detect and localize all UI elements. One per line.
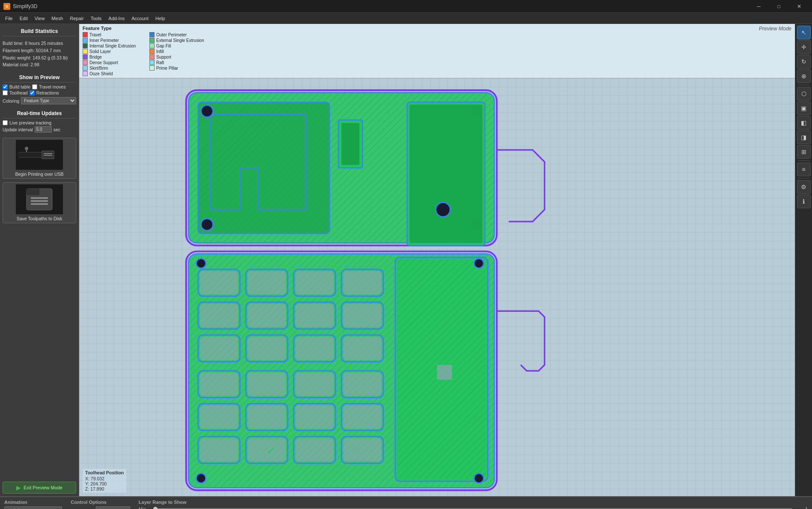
menu-help[interactable]: Help — [152, 15, 169, 22]
top-view-button[interactable]: ◧ — [797, 116, 811, 130]
control-options-group: Control Options Preview By Layer Feature… — [71, 500, 130, 509]
svg-marker-12 — [27, 189, 39, 195]
svg-rect-54 — [200, 337, 238, 360]
svg-rect-72 — [248, 405, 286, 429]
toolhead-z: Z: 17.890 — [85, 486, 124, 491]
svg-rect-78 — [200, 438, 238, 462]
bridge-color — [83, 54, 88, 59]
feature-type-title: Feature Type — [83, 26, 209, 31]
main-layout: Build Statistics Build time: 8 hours 25 … — [0, 24, 812, 496]
svg-point-89 — [196, 259, 206, 268]
3d-view-button[interactable]: ⬡ — [797, 87, 811, 101]
svg-rect-44 — [343, 271, 381, 294]
usb-image — [16, 140, 63, 170]
raft-color — [149, 60, 155, 65]
menu-file[interactable]: File — [2, 15, 16, 22]
svg-rect-68 — [343, 373, 381, 396]
realtime-title: Real-time Updates — [3, 109, 76, 118]
usb-button-label: Begin Printing over USB — [15, 172, 63, 177]
min-label: Min — [139, 506, 151, 509]
legend-skirt-brim: Skirt/Brim — [83, 65, 143, 71]
svg-rect-8 — [44, 155, 52, 156]
legend-inner-perimeter: Inner Perimeter — [83, 38, 143, 43]
toolhead-position-title: Toolhead Position — [85, 470, 124, 475]
svg-rect-14 — [31, 200, 48, 202]
zoom-tool-button[interactable]: ⊕ — [797, 69, 811, 83]
update-interval-input[interactable] — [35, 126, 52, 133]
svg-rect-66 — [295, 373, 333, 396]
toolhead-row: Toolhead Retractions — [3, 90, 76, 95]
exit-preview-button[interactable]: ▶ Exit Preview Mode — [3, 482, 76, 494]
menu-account[interactable]: Account — [128, 15, 152, 22]
inner-perimeter-color — [83, 38, 88, 43]
sd-card-image — [16, 184, 63, 214]
svg-rect-13 — [31, 197, 48, 199]
menu-view[interactable]: View — [31, 15, 48, 22]
inner-perimeter-label: Inner Perimeter — [89, 38, 119, 43]
external-single-color — [149, 38, 155, 43]
exit-preview-label: Exit Preview Mode — [24, 485, 62, 490]
svg-rect-52 — [343, 304, 381, 327]
min-layer-value: 1 — [795, 506, 808, 509]
toolhead-x: X: 79.032 — [85, 476, 124, 481]
pointer-tool-button[interactable]: ↖ — [797, 26, 811, 39]
save-toolpaths-button[interactable]: Save Toolpaths to Disk — [3, 182, 76, 223]
svg-text:✓: ✓ — [267, 444, 276, 456]
info-button[interactable]: ℹ — [797, 195, 811, 208]
settings-button[interactable]: ⚙ — [797, 180, 811, 194]
travel-moves-checkbox[interactable] — [32, 84, 37, 89]
pan-tool-button[interactable]: ✛ — [797, 40, 811, 54]
menu-tools[interactable]: Tools — [87, 15, 105, 22]
prime-pillar-color — [149, 65, 155, 71]
svg-rect-40 — [248, 271, 286, 294]
control-options-title: Control Options — [71, 500, 130, 505]
menu-mesh[interactable]: Mesh — [48, 15, 66, 22]
legend-dense-support: Dense Support — [83, 60, 143, 65]
svg-rect-76 — [343, 405, 381, 429]
live-preview-checkbox[interactable] — [3, 120, 8, 125]
side-view-button[interactable]: ◨ — [797, 130, 811, 144]
preview-header: Feature Type Travel Outer Perimeter Inne… — [79, 24, 795, 78]
legend-bridge: Bridge — [83, 54, 143, 59]
raft-label: Raft — [156, 60, 164, 65]
preview-mode-label: Preview Mode — [759, 26, 791, 32]
legend-support: Support — [149, 54, 209, 59]
svg-rect-82 — [295, 438, 333, 462]
coloring-select[interactable]: Feature Type Speed Temperature Layer — [21, 97, 76, 104]
rotate-tool-button[interactable]: ↻ — [797, 55, 811, 68]
coloring-row: Coloring Feature Type Speed Temperature … — [3, 97, 76, 104]
travel-label: Travel — [89, 33, 101, 37]
coloring-label: Coloring — [3, 98, 19, 104]
play-pause-button[interactable]: ▶ ❚❚ Play/Pause — [4, 506, 62, 509]
retractions-checkbox[interactable] — [30, 90, 35, 95]
fit-view-button[interactable]: ⊞ — [797, 145, 811, 159]
toolhead-y: Y: 204.700 — [85, 481, 124, 486]
close-button[interactable]: ✕ — [789, 0, 809, 12]
retractions-label: Retractions — [36, 90, 59, 95]
front-view-button[interactable]: ▣ — [797, 101, 811, 115]
usb-print-button[interactable]: Begin Printing over USB — [3, 138, 76, 179]
plastic-weight: Plastic weight: 149.62 g (0.33 lb) — [3, 54, 76, 62]
menu-addins[interactable]: Add-Ins — [105, 15, 128, 22]
preview-by-select[interactable]: Layer Feature Extruder — [96, 506, 130, 509]
gap-fill-color — [149, 43, 155, 48]
viewport[interactable]: ✓ Toolhead Position X: 79.032 Y: 204.700… — [79, 78, 795, 496]
maximize-button[interactable]: □ — [769, 0, 788, 12]
external-single-label: External Single Extrusion — [156, 38, 204, 43]
bottom-section: Animation ▶ ❚❚ Play/Pause Speed: Control… — [0, 496, 812, 509]
layer-button[interactable]: ≡ — [797, 163, 811, 176]
print-preview-svg: ✓ — [79, 78, 795, 496]
minimize-button[interactable]: ─ — [749, 0, 768, 12]
build-table-checkbox[interactable] — [3, 84, 8, 89]
menu-edit[interactable]: Edit — [16, 15, 31, 22]
legend-infill: Infill — [149, 49, 209, 54]
menu-repair[interactable]: Repair — [66, 15, 87, 22]
svg-rect-60 — [343, 337, 381, 360]
build-stats: Build time: 8 hours 25 minutes Filament … — [3, 40, 76, 68]
layer-range-title: Layer Range to Show — [139, 500, 808, 505]
svg-rect-74 — [295, 405, 333, 429]
svg-rect-7 — [44, 153, 52, 154]
legend-ooze-shield: Ooze Shield — [83, 71, 143, 76]
toolhead-checkbox[interactable] — [3, 90, 8, 95]
svg-rect-58 — [295, 337, 333, 360]
